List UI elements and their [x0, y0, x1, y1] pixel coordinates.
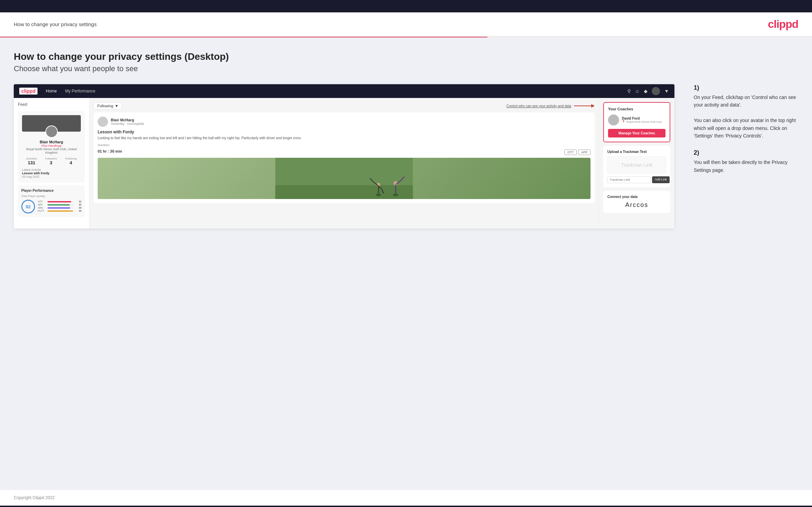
step1-number: 1): [694, 84, 798, 91]
coach-item: David Ford 📍 Royal North Devon Golf Club: [608, 114, 665, 125]
user-icon[interactable]: ☺: [635, 88, 640, 94]
coach-avatar: [608, 114, 619, 125]
latest-activity: Latest Activity Lesson with Fordy 03 Aug…: [22, 168, 81, 178]
svg-point-4: [376, 194, 381, 196]
bar-app: APP 85: [38, 203, 82, 206]
coach-club: 📍 Royal North Devon Golf Club: [622, 120, 662, 123]
bar-arg: ARG 86: [38, 207, 82, 209]
player-performance: Player Performance Total Player Quality …: [18, 185, 85, 217]
user-avatar[interactable]: [652, 87, 660, 95]
footer-copyright: Copyright Clippd 2022: [14, 495, 798, 500]
activity-desc: Looking to feel like my hands are exitin…: [98, 136, 591, 141]
step2-number: 2): [694, 149, 798, 156]
trackman-title: Upload a Trackman Test: [607, 150, 666, 154]
connect-card: Connect your data Arccos: [603, 191, 670, 213]
coach-name: David Ford: [622, 117, 662, 120]
activity-title: Lesson with Fordy: [98, 130, 591, 134]
profile-avatar: [45, 125, 58, 138]
manage-coaches-button[interactable]: Manage Your Coaches: [608, 129, 665, 137]
svg-marker-1: [591, 104, 595, 108]
profile-name: Blair McHarg: [22, 140, 81, 144]
activity-user-sub: Yesterday · Sunningdale: [111, 122, 144, 125]
trackman-placeholder: Trackman Link: [607, 156, 666, 174]
app-sidebar: Feed Blair McHarg Plus Handicap Royal No…: [14, 98, 89, 229]
duration-value: 01 hr : 30 min: [98, 149, 122, 153]
app-logo: clippd: [19, 88, 37, 95]
svg-rect-3: [275, 185, 413, 199]
svg-point-11: [393, 194, 399, 196]
activity-tags: OTT APP: [564, 150, 591, 155]
app-nav-right: ⚲ ☺ ◆ ▼: [627, 87, 669, 95]
app-screenshot-panel: clippd Home My Performance ⚲ ☺ ◆ ▼ Feed: [14, 84, 674, 229]
profile-stats: Activities 131 Followers 3 Following 4: [22, 157, 81, 165]
arccos-logo: Arccos: [607, 201, 666, 209]
step1-text: On your Feed, click/tap on 'Control who …: [694, 93, 798, 140]
stat-following-value: 4: [65, 160, 77, 165]
top-bar: [0, 0, 812, 12]
header-title: How to change your privacy settings: [14, 21, 97, 27]
stat-activities-label: Activities: [26, 157, 37, 160]
trackman-link-input[interactable]: [607, 176, 651, 183]
trackman-card: Upload a Trackman Test Trackman Link Add…: [603, 146, 670, 187]
perf-title: Player Performance: [21, 189, 82, 192]
activity-user: Blair McHarg Yesterday · Sunningdale: [98, 117, 591, 127]
bar-putt: PUTT 96: [38, 210, 82, 212]
instructions-panel: 1) On your Feed, click/tap on 'Control w…: [688, 84, 798, 184]
trackman-add-button[interactable]: Add Link: [652, 176, 670, 183]
quality-section: 92 OTT 90 APP: [21, 200, 82, 213]
activity-user-name: Blair McHarg: [111, 118, 144, 122]
total-quality-label: Total Player Quality: [21, 195, 82, 198]
globe-icon[interactable]: ◆: [644, 88, 648, 94]
activity-card: Blair McHarg Yesterday · Sunningdale Les…: [94, 112, 595, 203]
quality-bars: OTT 90 APP: [38, 200, 82, 213]
stat-following-label: Following: [65, 157, 77, 160]
activity-avatar: [98, 117, 108, 127]
stat-activities-value: 131: [26, 160, 37, 165]
instruction-step2: 2) You will then be taken directly to th…: [694, 149, 798, 174]
location-icon: 📍: [622, 120, 625, 123]
profile-handicap: Plus Handicap: [22, 144, 81, 147]
page-subheading: Choose what you want people to see: [14, 64, 798, 73]
following-button[interactable]: Following ▼: [94, 102, 122, 110]
tag-app: APP: [578, 150, 591, 155]
stat-followers-value: 3: [45, 160, 57, 165]
stat-followers: Followers 3: [45, 157, 57, 165]
duration-label: Duration: [98, 143, 591, 147]
chevron-down-icon[interactable]: ▼: [664, 88, 669, 94]
bottom-bar: [0, 506, 812, 507]
site-footer: Copyright Clippd 2022: [0, 489, 812, 506]
trackman-input-row: Add Link: [607, 176, 666, 183]
coaches-title: Your Coaches: [608, 107, 665, 111]
main-content: How to change your privacy settings (Des…: [0, 37, 812, 489]
golf-image-svg: [98, 158, 591, 199]
profile-card: Blair McHarg Plus Handicap Royal North D…: [18, 111, 85, 183]
feed-header: Following ▼ Control who can see your act…: [94, 102, 595, 110]
clippd-logo: clippd: [768, 18, 798, 31]
feed-tab[interactable]: Feed: [18, 102, 85, 107]
annotation-arrow: [574, 102, 595, 109]
control-privacy-link[interactable]: Control who can see your activity and da…: [507, 104, 571, 108]
page-heading: How to change your privacy settings (Des…: [14, 51, 798, 62]
app-feed: Following ▼ Control who can see your act…: [89, 98, 599, 229]
stat-following: Following 4: [65, 157, 77, 165]
stat-activities: Activities 131: [26, 157, 37, 165]
nav-my-performance[interactable]: My Performance: [65, 89, 95, 93]
instruction-step1: 1) On your Feed, click/tap on 'Control w…: [694, 84, 798, 140]
search-icon[interactable]: ⚲: [627, 88, 631, 94]
nav-home[interactable]: Home: [46, 89, 57, 93]
quality-circle: 92: [21, 200, 35, 213]
app-navbar: clippd Home My Performance ⚲ ☺ ◆ ▼: [14, 84, 674, 98]
stat-followers-label: Followers: [45, 157, 57, 160]
tag-ott: OTT: [564, 150, 577, 155]
app-body: Feed Blair McHarg Plus Handicap Royal No…: [14, 98, 674, 229]
trackman-placeholder-text: Trackman Link: [613, 162, 660, 168]
app-right-panel: Your Coaches David Ford 📍 Royal North De…: [599, 98, 674, 229]
bar-ott: OTT 90: [38, 200, 82, 203]
content-layout: clippd Home My Performance ⚲ ☺ ◆ ▼ Feed: [14, 84, 798, 229]
activity-image: [98, 158, 591, 199]
connect-title: Connect your data: [607, 195, 666, 199]
coaches-card: Your Coaches David Ford 📍 Royal North De…: [603, 102, 670, 142]
profile-avatar-wrap: [22, 125, 81, 138]
site-header: How to change your privacy settings clip…: [0, 12, 812, 37]
chevron-down-icon: ▼: [115, 104, 118, 108]
